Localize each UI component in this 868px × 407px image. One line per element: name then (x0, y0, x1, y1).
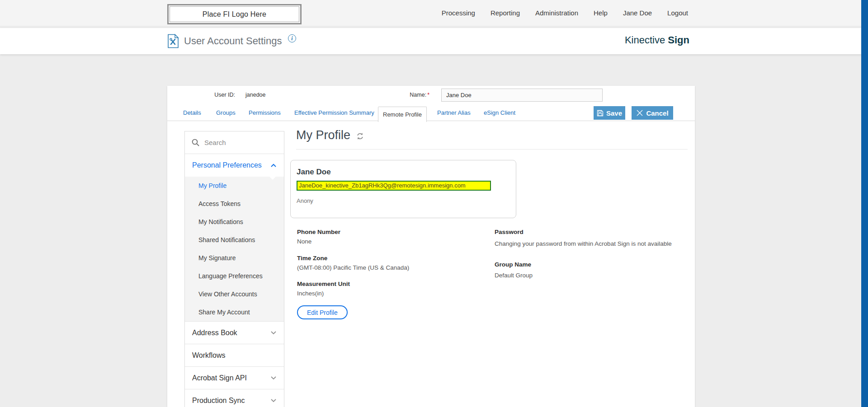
fi-logo-placeholder: Place FI Logo Here (167, 4, 302, 24)
chevron-down-icon (270, 398, 277, 403)
save-icon (597, 110, 604, 117)
group-name-value: Default Group (495, 272, 533, 279)
user-account-panel: User ID: janedoe Name:* Details Groups P… (167, 86, 695, 407)
top-nav-menu: Processing Reporting Administration Help… (442, 0, 688, 26)
sidebar-item-my-notifications[interactable]: My Notifications (185, 213, 284, 231)
search-input[interactable] (204, 139, 294, 146)
chevron-up-icon (270, 163, 277, 168)
measurement-unit-label: Measurement Unit (297, 281, 350, 287)
nav-processing[interactable]: Processing (442, 9, 475, 17)
user-id-value: janedoe (245, 92, 266, 98)
sidebar-section-workflows[interactable]: Workflows (185, 344, 284, 366)
refresh-icon[interactable] (356, 132, 364, 140)
right-edge-scroll-strip[interactable] (861, 0, 868, 407)
profile-name: Jane Doe (297, 168, 508, 177)
nav-help[interactable]: Help (594, 9, 608, 17)
tab-remote-profile[interactable]: Remote Profile (378, 107, 427, 122)
cancel-button[interactable]: Cancel (632, 106, 673, 120)
cancel-button-label: Cancel (646, 109, 668, 117)
profile-email-highlighted[interactable]: JaneDoe_kinective_Zb1agRHk3Qg@remotesign… (297, 181, 491, 191)
nav-logout[interactable]: Logout (667, 9, 688, 17)
settings-sidebar: Personal Preferences My Profile Access T… (184, 131, 284, 407)
profile-company: Anony (297, 197, 508, 204)
measurement-unit-value: Inches(in) (297, 290, 324, 297)
nav-user-jane-doe[interactable]: Jane Doe (623, 9, 652, 17)
sidebar-section-address-book[interactable]: Address Book (185, 321, 284, 344)
time-zone-value: (GMT-08:00) Pacific Time (US & Canada) (297, 264, 409, 271)
sidebar-section-acrobat-sign-api[interactable]: Acrobat Sign API (185, 366, 284, 389)
phone-number-label: Phone Number (297, 229, 340, 235)
page-title: User Account Settings (184, 35, 282, 47)
fi-logo-placeholder-text: Place FI Logo Here (203, 10, 266, 19)
personal-preferences-label: Personal Preferences (192, 161, 262, 169)
nav-reporting[interactable]: Reporting (491, 9, 520, 17)
user-id-label: User ID: (194, 92, 235, 98)
page-header: User Account Settings i Kinective Sign (0, 28, 868, 54)
group-name-label: Group Name (495, 261, 531, 268)
tab-partner-alias[interactable]: Partner Alias (437, 109, 471, 116)
sidebar-item-access-tokens[interactable]: Access Tokens (185, 195, 284, 213)
required-asterisk: * (427, 92, 429, 98)
sidebar-item-shared-notifications[interactable]: Shared Notifications (185, 231, 284, 249)
brand-name: Kinective (625, 34, 665, 46)
sidebar-item-language-preferences[interactable]: Language Preferences (185, 267, 284, 285)
password-note: Changing your password from within Acrob… (495, 240, 672, 247)
profile-summary-card: Jane Doe JaneDoe_kinective_Zb1agRHk3Qg@r… (290, 160, 516, 218)
search-icon (191, 138, 200, 147)
tab-effective-permission-summary[interactable]: Effective Permission Summary (294, 109, 374, 116)
user-account-settings-icon (167, 34, 179, 50)
cancel-x-icon (636, 109, 643, 117)
time-zone-label: Time Zone (297, 255, 327, 262)
tab-esign-client[interactable]: eSign Client (484, 109, 515, 116)
brand-suffix: Sign (668, 34, 689, 46)
phone-number-value: None (297, 238, 311, 245)
sidebar-item-my-signature[interactable]: My Signature (185, 249, 284, 267)
top-navigation-bar: Place FI Logo Here Processing Reporting … (0, 0, 868, 26)
sidebar-search (185, 131, 284, 154)
sidebar-section-production-sync[interactable]: Production Sync (185, 389, 284, 407)
save-button-label: Save (606, 109, 622, 117)
personal-preferences-submenu: My Profile Access Tokens My Notification… (185, 177, 284, 321)
nav-administration[interactable]: Administration (535, 9, 578, 17)
edit-profile-button[interactable]: Edit Profile (297, 305, 348, 319)
name-label: Name:* (380, 92, 429, 98)
chevron-down-icon (270, 375, 277, 380)
info-icon[interactable]: i (288, 34, 296, 42)
sidebar-item-share-my-account[interactable]: Share My Account (185, 303, 284, 321)
heading-divider (296, 149, 688, 150)
chevron-down-icon (270, 330, 277, 335)
name-input[interactable] (441, 89, 603, 102)
brand-logo: Kinective Sign (625, 34, 689, 46)
tab-groups[interactable]: Groups (216, 109, 236, 116)
submenu-notch (269, 177, 276, 180)
sidebar-item-view-other-accounts[interactable]: View Other Accounts (185, 285, 284, 303)
tab-baseline (167, 121, 695, 121)
tab-permissions[interactable]: Permissions (249, 109, 281, 116)
tab-details[interactable]: Details (183, 109, 201, 116)
save-button[interactable]: Save (594, 106, 625, 120)
password-label: Password (495, 229, 524, 235)
my-profile-heading: My Profile (296, 128, 364, 142)
sidebar-section-personal-preferences[interactable]: Personal Preferences (185, 154, 284, 177)
